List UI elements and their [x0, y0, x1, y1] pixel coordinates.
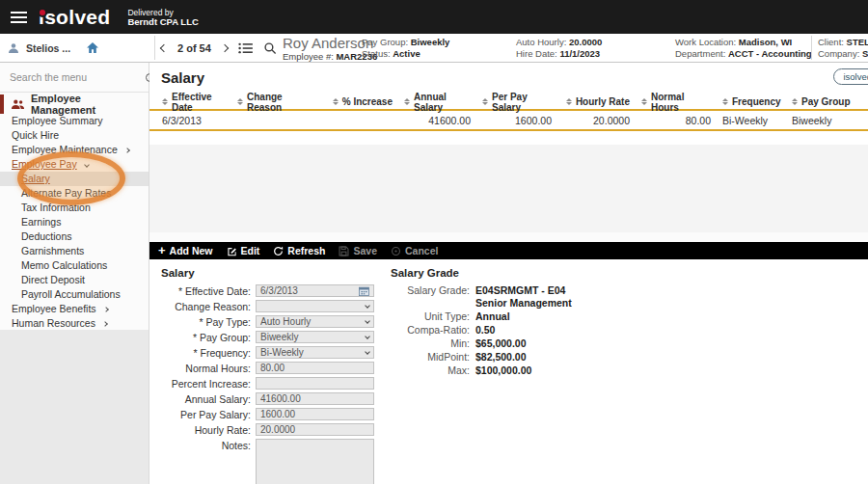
cell-annual-salary: 41600.00 — [398, 115, 476, 126]
sort-icon — [792, 98, 798, 106]
chevron-down-icon — [84, 162, 90, 168]
chevron-down-icon — [365, 318, 370, 324]
isolved-corner-button[interactable]: isolved — [833, 68, 868, 85]
employee-search-icon[interactable] — [263, 41, 277, 55]
sidebar-item-salary[interactable]: Salary — [0, 172, 149, 186]
column-header-frequency[interactable]: Frequency — [717, 96, 786, 107]
edit-icon — [227, 246, 237, 256]
nav-divider — [154, 36, 155, 60]
salary-grade-panel: Salary Grade Salary Grade: E04SRMGMT - E… — [386, 265, 593, 484]
sidebar-filler — [0, 330, 149, 484]
calendar-icon[interactable] — [359, 286, 369, 296]
top-bar: isolved Delivered by Berndt CPA LLC — [0, 0, 868, 34]
employee-info-client-company: Client: STELIOSD Company: Stelios — [818, 37, 868, 60]
salary-grade-value: E04SRMGMT - E04 Senior Management — [475, 284, 593, 310]
column-header-pay-group[interactable]: Pay Group — [786, 96, 868, 107]
edit-button[interactable]: Edit — [227, 245, 260, 256]
chevron-right-icon — [124, 148, 130, 153]
employee-list-icon[interactable] — [238, 42, 253, 54]
pay-group-select[interactable]: Biweekly — [256, 331, 374, 343]
employee-info-hourly-hiredate: Auto Hourly: 20.0000 Hire Date: 11/1/202… — [516, 37, 602, 60]
menu-search-input[interactable] — [10, 71, 140, 83]
salary-form-title: Salary — [161, 267, 386, 279]
sidebar-item-human-resources[interactable]: Human Resources — [0, 316, 149, 331]
sidebar-item-employee-benefits[interactable]: Employee Benefits — [0, 302, 149, 316]
content-area: Salary isolved Effective Date Change Rea… — [149, 63, 868, 484]
pay-group-label: * Pay Group: — [149, 331, 256, 344]
sidebar-item-deductions[interactable]: Deductions — [0, 229, 149, 244]
salary-grade-label: Salary Grade: — [389, 284, 475, 297]
annual-salary-label: Annual Salary: — [149, 392, 256, 406]
normal-hours-label: Normal Hours: — [149, 362, 256, 375]
sort-icon — [482, 98, 488, 106]
delivered-by-text: Delivered by Berndt CPA LLC — [127, 8, 198, 27]
sidebar-item-quick-hire[interactable]: Quick Hire — [0, 128, 149, 143]
sidebar-item-tax-information[interactable]: Tax Information — [0, 201, 149, 215]
sidebar-item-earnings[interactable]: Earnings — [0, 215, 149, 229]
sidebar-item-garnishments[interactable]: Garnishments — [0, 244, 149, 258]
grid-toolbar-gap — [149, 232, 868, 242]
sidebar-item-direct-deposit[interactable]: Direct Deposit — [0, 273, 149, 287]
sidebar-item-memo-calculations[interactable]: Memo Calculations — [0, 258, 149, 273]
annual-salary-field[interactable]: 41600.00 — [256, 392, 374, 405]
sort-icon — [566, 98, 572, 106]
refresh-icon — [273, 246, 284, 256]
percent-increase-field[interactable] — [256, 377, 374, 390]
action-toolbar: + Add New Edit Refresh Save Cancel — [149, 242, 868, 259]
normal-hours-field[interactable]: 80.00 — [256, 362, 374, 374]
sidebar-menu: Employee Management Employee Summary Qui… — [0, 63, 149, 484]
save-button: Save — [339, 245, 377, 256]
midpoint-value: $82,500.00 — [475, 351, 593, 364]
add-new-button[interactable]: + Add New — [158, 245, 213, 256]
unit-type-label: Unit Type: — [389, 310, 475, 323]
max-label: Max: — [389, 364, 475, 377]
sort-icon — [722, 98, 728, 106]
grid-empty-area — [149, 145, 868, 232]
notes-textarea[interactable] — [256, 439, 374, 484]
sort-icon — [237, 98, 243, 106]
cancel-icon — [391, 246, 401, 256]
sidebar-item-alternate-pay-rates[interactable]: Alternate Pay Rates — [0, 186, 149, 201]
pay-type-select[interactable]: Auto Hourly — [256, 315, 374, 328]
chevron-down-icon — [365, 303, 370, 309]
sidebar-item-employee-summary[interactable]: Employee Summary — [0, 114, 149, 128]
salary-grid-row[interactable]: 6/3/2013 41600.00 1600.00 20.0000 80.00 … — [149, 111, 868, 131]
notes-label: Notes: — [149, 439, 256, 452]
cell-normal-hours: 80.00 — [636, 115, 717, 126]
save-icon — [339, 246, 349, 256]
change-reason-select[interactable] — [256, 300, 374, 312]
cell-per-pay-salary: 1600.00 — [476, 115, 557, 126]
per-pay-salary-field[interactable]: 1600.00 — [256, 408, 374, 420]
sort-icon — [333, 98, 339, 106]
app-window: isolved Delivered by Berndt CPA LLC Stel… — [0, 0, 868, 485]
unit-type-value: Annual — [475, 310, 593, 323]
previous-record-icon[interactable] — [160, 43, 168, 51]
sidebar-item-employee-maintenance[interactable]: Employee Maintenance — [0, 143, 149, 157]
pay-type-label: * Pay Type: — [149, 315, 256, 329]
brand-red-dot — [40, 10, 45, 15]
sidebar-item-employee-pay[interactable]: Employee Pay — [0, 157, 149, 172]
sidebar-item-payroll-accumulations[interactable]: Payroll Accumulations — [0, 287, 149, 302]
employee-info-location-department: Work Location: Madison, WI Department: A… — [675, 37, 812, 60]
refresh-button[interactable]: Refresh — [273, 245, 325, 256]
cell-effective-date: 6/3/2013 — [149, 115, 231, 126]
user-menu[interactable]: Stelios ... — [26, 42, 70, 54]
hourly-rate-field[interactable]: 20.0000 — [256, 423, 374, 436]
record-pager: 2 of 54 — [177, 42, 211, 54]
frequency-select[interactable]: Bi-Weekly — [256, 346, 374, 359]
column-header-hourly-rate[interactable]: Hourly Rate — [557, 96, 636, 107]
hamburger-menu-icon[interactable] — [11, 12, 27, 23]
chevron-right-icon — [103, 307, 109, 312]
home-icon[interactable] — [86, 41, 99, 54]
sort-icon — [641, 98, 647, 106]
column-header-percent-increase[interactable]: % Increase — [316, 96, 398, 107]
sidebar-section-employee-management[interactable]: Employee Management — [0, 94, 149, 114]
plus-icon: + — [158, 246, 166, 256]
effective-date-field[interactable]: 6/3/2013 — [256, 284, 374, 297]
isolved-logo: isolved — [39, 6, 110, 29]
people-icon — [11, 98, 25, 111]
next-record-icon[interactable] — [221, 43, 229, 51]
cell-hourly-rate: 20.0000 — [557, 115, 636, 126]
grid-empty-row — [149, 131, 868, 145]
chevron-right-icon — [102, 321, 108, 327]
